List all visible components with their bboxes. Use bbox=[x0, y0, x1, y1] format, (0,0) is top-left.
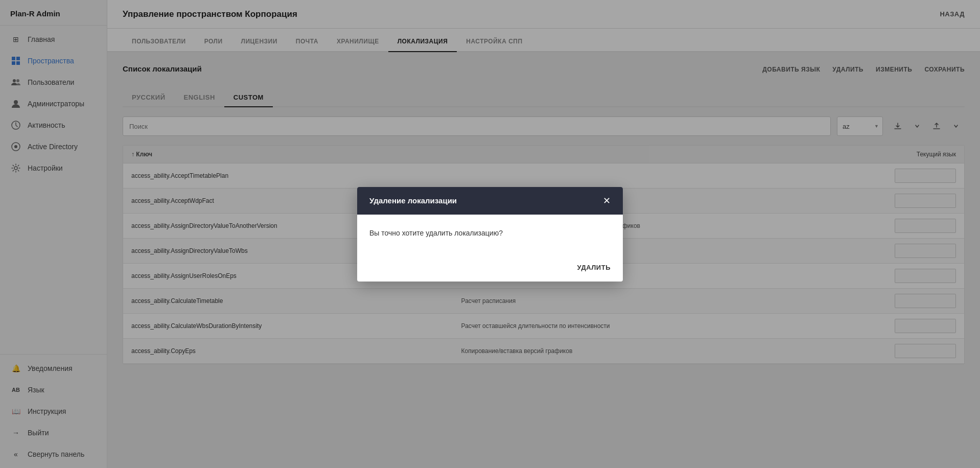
modal-body: Вы точно хотите удалить локализацию? bbox=[357, 215, 623, 264]
modal-body-text: Вы точно хотите удалить локализацию? bbox=[369, 229, 611, 237]
modal-delete-button[interactable]: УДАЛИТЬ bbox=[577, 264, 611, 271]
modal-footer: УДАЛИТЬ bbox=[357, 264, 623, 282]
modal-title: Удаление локализации bbox=[369, 196, 457, 205]
modal-overlay[interactable]: Удаление локализации ✕ Вы точно хотите у… bbox=[0, 0, 980, 468]
modal-close-button[interactable]: ✕ bbox=[603, 196, 611, 205]
delete-modal: Удаление локализации ✕ Вы точно хотите у… bbox=[357, 187, 623, 282]
modal-header: Удаление локализации ✕ bbox=[357, 187, 623, 215]
